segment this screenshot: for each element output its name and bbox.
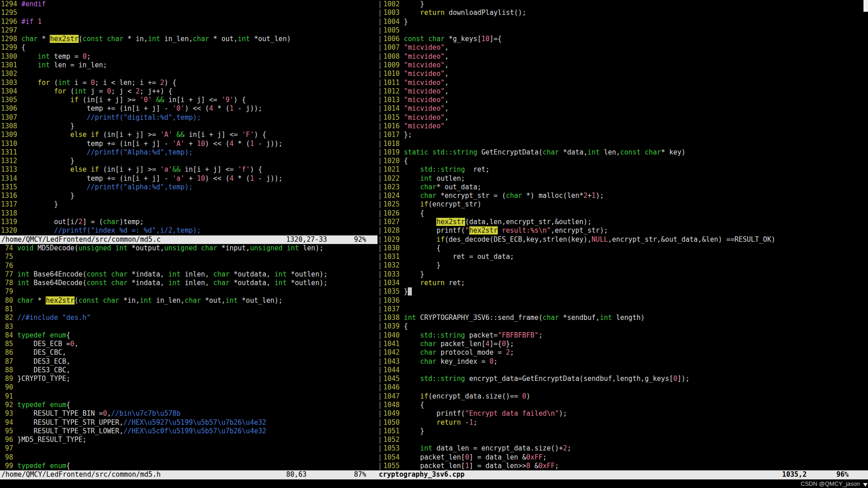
code-token: "FBFBFBFB" xyxy=(498,331,538,339)
line-number: 95 xyxy=(1,427,17,435)
code-token: encrypt_data=GetEncryptData(sendbuf,leng… xyxy=(465,375,674,383)
code-token: ) << ( xyxy=(184,104,209,113)
code-token: else xyxy=(71,165,87,174)
code-token: 8 xyxy=(526,462,530,470)
code-token: }; xyxy=(506,340,514,348)
code-line: 91 xyxy=(1,392,377,401)
code-token xyxy=(21,87,54,95)
code-token xyxy=(21,226,54,235)
code-token xyxy=(424,35,428,43)
statusline-md5h[interactable]: /home/QMCY/LedFrontend/src/common/md5.h … xyxy=(0,470,377,479)
code-line: 1306 temp += (in[i + j] - '0') << (4 * (… xyxy=(1,104,377,113)
line-number: 1016 xyxy=(383,122,404,130)
code-token: MD5Decode( xyxy=(33,244,78,252)
code-line: 79 xyxy=(1,287,377,296)
code-token: - j)); xyxy=(254,140,283,148)
code-line: 1047 if(encrypt_data.size()== 0) xyxy=(383,392,868,401)
code-token: ) << ( xyxy=(205,140,230,148)
code-line: 1296 #if 1 xyxy=(1,18,377,26)
status-cursor-position: 1035,2 xyxy=(782,470,836,479)
code-token: unsigned xyxy=(250,244,283,252)
code-token: packet= xyxy=(465,331,498,339)
code-token: (encrypt_data.size()== xyxy=(428,392,522,400)
code-token: 1 xyxy=(250,140,254,148)
code-token: char xyxy=(21,35,38,43)
code-token: int xyxy=(404,314,416,322)
code-token: std::string xyxy=(420,165,465,174)
code-token: std::string xyxy=(432,148,477,156)
line-number: 94 xyxy=(1,418,17,427)
code-token: " xyxy=(555,409,559,418)
code-line: 1051 } xyxy=(383,427,868,436)
code-token: ]={ xyxy=(490,35,502,43)
code-token: } xyxy=(21,192,74,200)
watermark-text: CSDN @QMCY_jason xyxy=(801,480,860,487)
line-number: 1025 xyxy=(383,200,404,208)
code-token: char xyxy=(193,35,209,43)
code-token: int xyxy=(238,35,250,43)
line-number: 1042 xyxy=(383,348,404,357)
code-token: char xyxy=(184,296,201,305)
code-token: ] = ( xyxy=(83,218,103,226)
code-token: *indata, xyxy=(127,279,168,287)
code-token: + xyxy=(184,140,197,148)
code-token: - j)); xyxy=(234,104,262,113)
code-token: %s xyxy=(530,226,538,235)
code-token: protocol_mode = xyxy=(436,348,506,357)
code-token: downloadPlaylist(); xyxy=(444,9,526,17)
code-token: RESULT_TYPE_STR_LOWER, xyxy=(17,427,123,435)
code-token: char xyxy=(542,148,559,156)
code-line: 1309 else if (in[i + j] >= 'A' && in[i +… xyxy=(1,131,377,139)
code-line: 86 DES_CBC, xyxy=(1,348,377,357)
code-token: packet_len[ xyxy=(436,340,485,348)
line-number: 1034 xyxy=(383,279,404,287)
scrollbar-down-arrow-icon[interactable] xyxy=(863,483,868,487)
line-number: 85 xyxy=(1,340,17,348)
code-token: "micvideo" xyxy=(404,61,444,69)
code-token: *outdata, xyxy=(230,279,274,287)
code-line: 1055 packet_len[1] = data_len>>8 &0xFF; xyxy=(383,462,868,470)
code-line: 1312 } xyxy=(1,157,377,165)
code-token: - j)); xyxy=(254,174,283,183)
line-number: 1306 xyxy=(1,104,21,113)
code-token xyxy=(197,244,201,252)
editor-window-cpp[interactable]: 1002 }1003 return downloadPlaylist();100… xyxy=(382,0,868,470)
code-token: #endif xyxy=(21,0,46,8)
code-token: - xyxy=(461,418,469,427)
editor-window-md5h[interactable]: 74 void MD5Decode(unsigned int *output,u… xyxy=(0,244,377,470)
code-token: int xyxy=(58,79,70,87)
code-token xyxy=(21,113,87,122)
code-token: 4 xyxy=(230,174,234,183)
code-token: int xyxy=(274,279,287,287)
code-line: 89 }CRYPTO_TYPE; xyxy=(1,375,377,383)
code-line: 84 typedef enum{ xyxy=(1,331,377,340)
editor-window-md5c[interactable]: 1294 #endif1295 1296 #if 11297 1298 char… xyxy=(0,0,377,235)
code-token: '9' xyxy=(222,96,234,104)
scrollbar-thumb[interactable] xyxy=(863,0,868,12)
code-token: ; j < xyxy=(111,87,136,95)
line-number: 1053 xyxy=(383,444,404,452)
code-line: 1025 if(encrypt_str) xyxy=(383,200,868,209)
code-line: 81 xyxy=(1,305,377,314)
code-token: 4 xyxy=(209,104,213,113)
code-token xyxy=(404,235,436,244)
line-number: 1302 xyxy=(1,70,21,78)
code-line: 1314 temp += (in[i + j] - 'a' + 10) << (… xyxy=(1,174,377,183)
vertical-separator[interactable]: | | | | | | | | | | | | | | | | | | | | … xyxy=(377,0,382,470)
code-line: 1304 for (int j = 0; j < 2; j++) { xyxy=(1,87,377,96)
line-number: 1031 xyxy=(383,253,404,261)
code-token: int xyxy=(168,279,180,287)
line-number: 1020 xyxy=(383,157,404,165)
code-token: ( xyxy=(50,79,58,87)
code-token: 0xFF xyxy=(526,453,542,461)
code-token: )temp; xyxy=(119,218,144,226)
cursor-block xyxy=(408,287,412,296)
code-line: 1003 return downloadPlaylist(); xyxy=(383,9,868,17)
statusline-cpp[interactable]: cryptography_3sv6.cpp 1035,2 96% xyxy=(377,470,868,479)
code-token: inlen, xyxy=(180,279,213,287)
code-token: //printf("index %d =: %d",i/2,temp); xyxy=(54,226,201,235)
line-number: 1018 xyxy=(383,140,404,148)
statusline-md5c[interactable]: /home/QMCY/LedFrontend/src/common/md5.c … xyxy=(0,235,377,244)
code-line: 1007 "micvideo", xyxy=(383,43,868,52)
code-token: result: xyxy=(498,226,530,235)
